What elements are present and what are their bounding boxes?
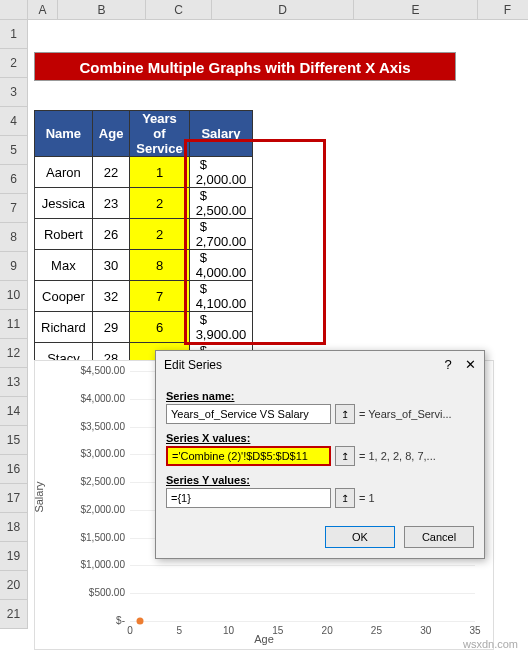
series-name-input[interactable] bbox=[166, 404, 331, 424]
table-row: Cooper3274,100.00 bbox=[35, 281, 253, 312]
col-header-sal[interactable]: Salary bbox=[189, 111, 253, 157]
y-tick: $- bbox=[65, 615, 125, 626]
collapse-icon[interactable]: ↥ bbox=[335, 488, 355, 508]
row-header[interactable]: 3 bbox=[0, 78, 27, 107]
table-row: Aaron2212,000.00 bbox=[35, 157, 253, 188]
cell[interactable]: Aaron bbox=[35, 157, 93, 188]
cell[interactable]: 23 bbox=[92, 188, 130, 219]
cell[interactable]: 30 bbox=[92, 250, 130, 281]
column-headers: ABCDEF bbox=[0, 0, 528, 20]
cell[interactable]: Cooper bbox=[35, 281, 93, 312]
cell[interactable]: 8 bbox=[130, 250, 189, 281]
column-header[interactable]: B bbox=[58, 0, 146, 19]
y-tick: $500.00 bbox=[65, 587, 125, 598]
watermark: wsxdn.com bbox=[463, 638, 518, 650]
row-headers: 123456789101112131415161718192021 bbox=[0, 20, 28, 629]
row-header[interactable]: 19 bbox=[0, 542, 27, 571]
cell[interactable]: 22 bbox=[92, 157, 130, 188]
row-header[interactable]: 1 bbox=[0, 20, 27, 49]
column-header[interactable]: A bbox=[28, 0, 58, 19]
data-point[interactable] bbox=[136, 617, 143, 624]
row-header[interactable]: 8 bbox=[0, 223, 27, 252]
y-axis-title: Salary bbox=[33, 481, 45, 512]
y-tick: $3,500.00 bbox=[65, 421, 125, 432]
row-header[interactable]: 6 bbox=[0, 165, 27, 194]
col-header-name[interactable]: Name bbox=[35, 111, 93, 157]
y-tick: $4,500.00 bbox=[65, 365, 125, 376]
edit-series-dialog: Edit Series ? ✕ Series name: ↥ = Years_o… bbox=[155, 350, 485, 559]
series-x-preview: = 1, 2, 2, 8, 7,... bbox=[359, 450, 474, 462]
cell[interactable]: 2,500.00 bbox=[189, 188, 253, 219]
row-header[interactable]: 5 bbox=[0, 136, 27, 165]
ok-button[interactable]: OK bbox=[325, 526, 395, 548]
row-header[interactable]: 2 bbox=[0, 49, 27, 78]
column-header[interactable]: F bbox=[478, 0, 528, 19]
cell[interactable]: 4,100.00 bbox=[189, 281, 253, 312]
cell[interactable]: 2,000.00 bbox=[189, 157, 253, 188]
row-header[interactable]: 15 bbox=[0, 426, 27, 455]
cell[interactable]: 29 bbox=[92, 312, 130, 343]
series-name-label: Series name: bbox=[166, 390, 234, 402]
dialog-titlebar[interactable]: Edit Series ? ✕ bbox=[156, 351, 484, 378]
column-header[interactable]: C bbox=[146, 0, 212, 19]
cell[interactable]: 6 bbox=[130, 312, 189, 343]
series-x-label: Series X values: bbox=[166, 432, 250, 444]
row-header[interactable]: 9 bbox=[0, 252, 27, 281]
close-icon[interactable]: ✕ bbox=[465, 357, 476, 372]
dialog-title-text: Edit Series bbox=[164, 358, 222, 372]
x-tick: 10 bbox=[223, 625, 234, 636]
y-tick: $1,500.00 bbox=[65, 532, 125, 543]
row-header[interactable]: 13 bbox=[0, 368, 27, 397]
series-y-preview: = 1 bbox=[359, 492, 474, 504]
series-name-preview: = Years_of_Servi... bbox=[359, 408, 474, 420]
x-tick: 20 bbox=[322, 625, 333, 636]
cell[interactable]: 4,000.00 bbox=[189, 250, 253, 281]
series-y-input[interactable] bbox=[166, 488, 331, 508]
col-header-age[interactable]: Age bbox=[92, 111, 130, 157]
cell[interactable]: 32 bbox=[92, 281, 130, 312]
column-header[interactable]: D bbox=[212, 0, 354, 19]
row-header[interactable]: 20 bbox=[0, 571, 27, 600]
col-header-yos[interactable]: Years of Service bbox=[130, 111, 189, 157]
table-row: Richard2963,900.00 bbox=[35, 312, 253, 343]
cancel-button[interactable]: Cancel bbox=[404, 526, 474, 548]
row-header[interactable]: 7 bbox=[0, 194, 27, 223]
cell[interactable]: Max bbox=[35, 250, 93, 281]
cell[interactable]: 2 bbox=[130, 188, 189, 219]
column-header[interactable]: E bbox=[354, 0, 478, 19]
row-header[interactable]: 11 bbox=[0, 310, 27, 339]
y-tick: $1,000.00 bbox=[65, 559, 125, 570]
collapse-icon[interactable]: ↥ bbox=[335, 404, 355, 424]
cell[interactable]: 7 bbox=[130, 281, 189, 312]
cell[interactable]: 2 bbox=[130, 219, 189, 250]
cell[interactable]: 2,700.00 bbox=[189, 219, 253, 250]
row-header[interactable]: 16 bbox=[0, 455, 27, 484]
table-row: Jessica2322,500.00 bbox=[35, 188, 253, 219]
row-header[interactable]: 12 bbox=[0, 339, 27, 368]
y-tick: $4,000.00 bbox=[65, 393, 125, 404]
cell[interactable]: 1 bbox=[130, 157, 189, 188]
page-title: Combine Multiple Graphs with Different X… bbox=[34, 52, 456, 81]
x-tick: 25 bbox=[371, 625, 382, 636]
y-tick: $3,000.00 bbox=[65, 448, 125, 459]
row-header[interactable]: 10 bbox=[0, 281, 27, 310]
cell[interactable]: Richard bbox=[35, 312, 93, 343]
row-header[interactable]: 18 bbox=[0, 513, 27, 542]
row-header[interactable]: 17 bbox=[0, 484, 27, 513]
series-x-input[interactable] bbox=[166, 446, 331, 466]
cell[interactable]: 26 bbox=[92, 219, 130, 250]
help-icon[interactable]: ? bbox=[444, 357, 451, 372]
cell[interactable]: Jessica bbox=[35, 188, 93, 219]
collapse-icon[interactable]: ↥ bbox=[335, 446, 355, 466]
x-tick: 35 bbox=[469, 625, 480, 636]
row-header[interactable]: 4 bbox=[0, 107, 27, 136]
cell[interactable]: Robert bbox=[35, 219, 93, 250]
row-header[interactable]: 14 bbox=[0, 397, 27, 426]
series-y-label: Series Y values: bbox=[166, 474, 250, 486]
x-tick: 30 bbox=[420, 625, 431, 636]
row-header[interactable]: 21 bbox=[0, 600, 27, 629]
cell[interactable]: 3,900.00 bbox=[189, 312, 253, 343]
y-tick: $2,500.00 bbox=[65, 476, 125, 487]
x-tick: 5 bbox=[177, 625, 183, 636]
table-row: Robert2622,700.00 bbox=[35, 219, 253, 250]
